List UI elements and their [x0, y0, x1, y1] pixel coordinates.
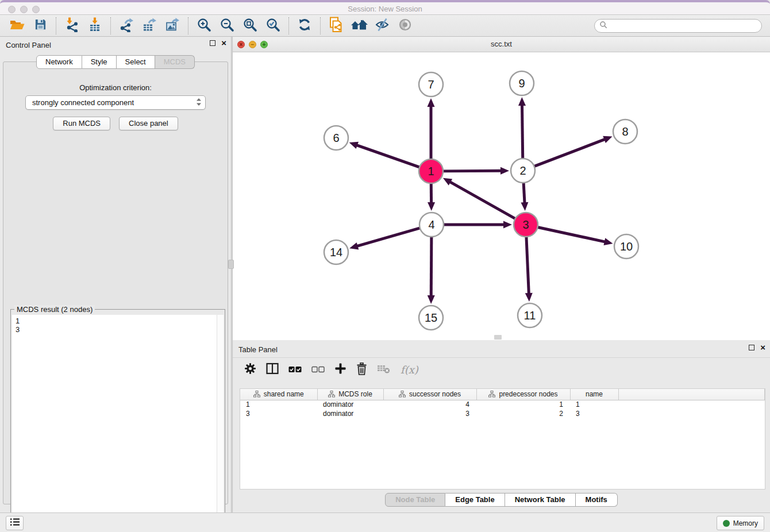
show-hidden-button[interactable]	[394, 17, 417, 35]
network-file-icon	[329, 17, 344, 35]
graph-edge-arrowhead	[349, 242, 359, 249]
zoom-out-button[interactable]	[215, 17, 238, 35]
eye-icon	[398, 17, 413, 34]
mcds-result-title: MCDS result (2 nodes)	[14, 305, 95, 314]
toolbar-separator	[288, 17, 289, 34]
graph-edge-arrowhead	[503, 221, 512, 229]
close-panel-icon[interactable]: ×	[221, 40, 226, 46]
column-header-filler	[618, 389, 765, 400]
graph-edge-3-11[interactable]	[526, 236, 529, 294]
network-titlebar: × − + scc.txt	[233, 37, 770, 52]
tab-motifs[interactable]: Motifs	[576, 493, 618, 507]
graph-node-label: 10	[620, 240, 633, 253]
zoom-selected-button[interactable]	[261, 17, 284, 35]
run-mcds-button[interactable]: Run MCDS	[53, 117, 110, 130]
tab-network[interactable]: Network	[36, 55, 82, 69]
float-table-panel-icon[interactable]	[749, 345, 754, 350]
graph-edge-4-14[interactable]	[357, 228, 421, 246]
columns-icon	[266, 363, 279, 377]
zoom-fit-button[interactable]	[238, 17, 261, 35]
import-network-button[interactable]	[60, 17, 83, 35]
deselect-all-columns-button[interactable]	[311, 365, 325, 375]
close-panel-button[interactable]: Close panel	[119, 117, 178, 130]
network-resize-handle[interactable]	[494, 335, 502, 340]
show-columns-button[interactable]	[266, 363, 279, 377]
toolbar-separator	[56, 17, 56, 34]
graph-edge-arrowhead	[518, 97, 526, 106]
select-all-columns-button[interactable]	[288, 365, 302, 375]
optimization-criterion-select[interactable]: strongly connected component	[25, 95, 206, 110]
control-panel-tabs: Network Style Select MCDS	[36, 55, 195, 69]
column-header-name[interactable]: name	[570, 389, 618, 400]
memory-button[interactable]: Memory	[717, 516, 764, 530]
status-bar: Memory	[0, 512, 770, 532]
node-table: shared name MCDS role successor nodes pr…	[240, 388, 765, 489]
toolbar-separator	[188, 17, 188, 34]
tab-select[interactable]: Select	[117, 55, 155, 69]
graph-edge-1-2[interactable]	[442, 171, 502, 171]
table-row[interactable]: 3 dominator 3 2 3	[240, 409, 765, 418]
graph-node-label: 8	[622, 125, 628, 138]
panel-divider-handle[interactable]	[228, 260, 234, 269]
fx-icon: f(x)	[401, 364, 418, 376]
search-input[interactable]	[610, 22, 757, 30]
graph-node-label: 1	[428, 165, 434, 178]
column-header-mcds-role[interactable]: MCDS role	[317, 389, 383, 400]
graph-node-label: 4	[428, 218, 434, 231]
column-header-predecessor-nodes[interactable]: predecessor nodes	[476, 389, 570, 400]
mcds-result-text[interactable]: 1 3	[12, 315, 224, 525]
graph-node-label: 7	[428, 78, 434, 91]
open-session-button[interactable]	[6, 17, 29, 35]
search-field[interactable]	[594, 19, 762, 33]
tab-network-table[interactable]: Network Table	[505, 493, 576, 507]
graph-edge-4-15[interactable]	[431, 236, 432, 296]
create-column-button[interactable]	[334, 363, 346, 377]
graph-edge-arrowhead	[521, 202, 528, 211]
tab-style[interactable]: Style	[82, 55, 117, 69]
table-settings-button[interactable]	[244, 363, 256, 377]
graph-edge-2-9[interactable]	[522, 105, 522, 159]
close-table-panel-icon[interactable]: ×	[760, 345, 765, 350]
toolbar-separator	[320, 17, 321, 34]
graph-edge-3-10[interactable]	[537, 227, 606, 242]
graph-edge-2-3[interactable]	[523, 182, 525, 203]
attribute-icon	[488, 391, 495, 398]
graph-node-label: 9	[518, 77, 525, 90]
table-row[interactable]: 1 dominator 4 1 1	[240, 400, 765, 409]
import-table-button[interactable]	[83, 17, 106, 35]
refresh-button[interactable]	[293, 17, 316, 35]
export-image-button[interactable]	[161, 17, 184, 35]
delete-table-button[interactable]	[377, 364, 391, 376]
delete-column-button[interactable]	[356, 363, 367, 377]
column-header-successor-nodes[interactable]: successor nodes	[383, 389, 476, 400]
mcds-result-scrollbar[interactable]	[217, 315, 224, 525]
network-graph[interactable]: 1234678910111415	[233, 52, 770, 340]
tab-mcds[interactable]: MCDS	[155, 55, 195, 69]
table-header-row: shared name MCDS role successor nodes pr…	[240, 389, 765, 400]
graph-edge-arrowhead	[525, 293, 533, 302]
graph-edge-3-1[interactable]	[449, 182, 515, 219]
zoom-in-button[interactable]	[192, 17, 215, 35]
export-network-button[interactable]	[115, 17, 138, 35]
tab-node-table[interactable]: Node Table	[385, 493, 445, 507]
save-session-button[interactable]	[29, 17, 52, 35]
graph-edge-arrowhead	[428, 295, 435, 304]
graph-edge-2-8[interactable]	[534, 139, 606, 167]
tab-edge-table[interactable]: Edge Table	[445, 493, 505, 507]
table-toolbar: f(x)	[233, 357, 770, 381]
hide-selected-button[interactable]	[371, 17, 394, 35]
optimization-criterion-label: Optimization criterion:	[3, 83, 228, 92]
task-history-button[interactable]	[6, 516, 24, 530]
export-table-button[interactable]	[138, 17, 161, 35]
float-panel-icon[interactable]	[210, 40, 215, 46]
attribute-icon	[399, 391, 406, 398]
graph-edge-1-6[interactable]	[356, 145, 420, 167]
function-builder-button[interactable]: f(x)	[401, 364, 418, 376]
home-button[interactable]	[348, 17, 371, 35]
column-header-shared-name[interactable]: shared name	[240, 389, 317, 400]
refresh-icon	[297, 17, 312, 34]
main-toolbar	[0, 15, 770, 37]
trash-icon	[356, 363, 367, 377]
new-network-from-file-button[interactable]	[325, 17, 348, 35]
plus-icon	[334, 363, 346, 377]
